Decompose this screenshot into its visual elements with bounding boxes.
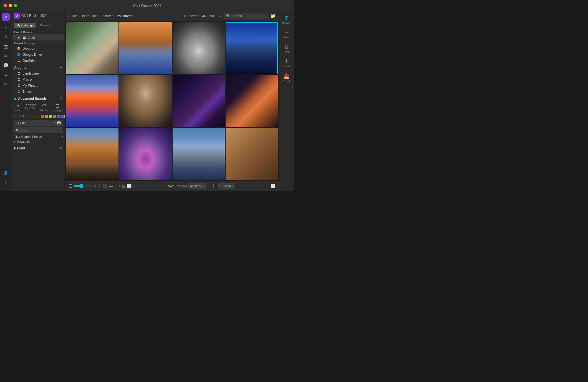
- nav-cloud-icon[interactable]: ☁: [2, 71, 10, 78]
- maximize-button[interactable]: [14, 4, 17, 7]
- nav-add-icon[interactable]: ＋: [2, 24, 10, 31]
- star-3[interactable]: ☆: [31, 114, 33, 118]
- color-swatches[interactable]: [41, 115, 65, 118]
- accurate-dropdown[interactable]: Accurate ▾: [188, 184, 206, 189]
- view-compare-icon[interactable]: ▪: [119, 184, 120, 188]
- heart-x[interactable]: ✕: [19, 114, 22, 118]
- minimize-button[interactable]: [9, 4, 12, 7]
- nav-monitor-icon[interactable]: 🖥: [2, 33, 10, 41]
- breadcrumb-users[interactable]: Users: [80, 14, 89, 18]
- photo-cell-7[interactable]: [173, 75, 225, 127]
- right-panel-browse[interactable]: ⊞ Browse: [280, 13, 293, 26]
- filter-current-arrow-icon[interactable]: ▾: [62, 135, 63, 138]
- photo-cell-2[interactable]: [119, 22, 171, 74]
- sidebar-item-onedrive[interactable]: ☁ OneDrive: [12, 58, 64, 64]
- calendar-icon: 📅: [57, 121, 61, 125]
- advanced-row[interactable]: ▶ Advanced: [11, 139, 65, 144]
- toolbar-search-bar: 🔍: [224, 13, 268, 19]
- breadcrumb-julia[interactable]: Julia: [71, 14, 78, 18]
- swatch-blue[interactable]: [57, 115, 60, 118]
- swatch-orange[interactable]: [45, 115, 48, 118]
- heart-outline-1[interactable]: ♡: [16, 114, 19, 118]
- swatch-yellow[interactable]: [49, 115, 52, 118]
- view-fullscreen-icon[interactable]: ⬛: [103, 184, 107, 188]
- view-crop-icon[interactable]: ⬜: [127, 184, 132, 188]
- toolbar-search-input[interactable]: [231, 14, 266, 18]
- filter-recent[interactable]: ⏱ Recent: [39, 102, 50, 113]
- breadcrumb-julia2[interactable]: julia: [92, 14, 98, 18]
- sidebar-item-macro[interactable]: 🖼 Macro: [12, 77, 64, 83]
- nav-drive-icon[interactable]: 💽: [2, 61, 10, 69]
- nav-help-icon[interactable]: ?: [2, 179, 10, 186]
- filter-liked[interactable]: ♥ Liked: [14, 102, 23, 113]
- fit-to-window-icon[interactable]: ⬜: [271, 184, 275, 188]
- nav-prev-button[interactable]: ‹: [216, 13, 219, 19]
- albums-add-button[interactable]: +: [60, 65, 62, 70]
- nav-next-button[interactable]: ›: [219, 13, 221, 19]
- share-panel-label: Share: [283, 65, 290, 68]
- sidebar-item-landscape[interactable]: 🖼 Landscape: [12, 70, 64, 77]
- tab-browse[interactable]: Browse: [37, 23, 53, 28]
- custom-dropdown[interactable]: Custom ▾: [218, 184, 235, 189]
- star-2[interactable]: ☆: [27, 114, 30, 118]
- right-panel-share[interactable]: ⬆ Share: [280, 57, 293, 70]
- sidebar-item-myphotos[interactable]: 🖼 My Photos: [12, 83, 64, 89]
- filter-five-stars[interactable]: ★★★★★ Five Stars: [24, 102, 38, 113]
- star-4[interactable]: ☆: [34, 114, 36, 118]
- resize-panel-icon: ↔: [284, 29, 289, 35]
- photo-cell-11[interactable]: [173, 128, 225, 180]
- swatch-red[interactable]: [41, 115, 44, 118]
- photo-cell-4[interactable]: [226, 22, 278, 74]
- breadcrumb-back-button[interactable]: ‹: [68, 14, 70, 18]
- photo-cell-5[interactable]: [66, 75, 118, 127]
- reset-search-button[interactable]: ↺: [59, 96, 62, 101]
- star-filter-row[interactable]: ≥ ☆ ☆ ☆ ☆ ☆: [23, 114, 40, 118]
- photo-cell-9[interactable]: [66, 128, 118, 180]
- heart-filter-row[interactable]: ♥ ♡ ✕: [14, 114, 22, 118]
- photo-cell-12[interactable]: [226, 128, 278, 180]
- nav-user-icon[interactable]: 👤: [2, 169, 10, 177]
- nav-folder-group-icon[interactable]: 🗂: [2, 52, 10, 60]
- time-filter-arrow-icon: ▾: [54, 121, 56, 124]
- sidebar-item-travel[interactable]: 🖼 Travel: [12, 89, 64, 95]
- view-grid-icon[interactable]: ⊞: [114, 184, 117, 188]
- filter-cataloged[interactable]: ☰ Cataloged: [51, 102, 65, 113]
- heart-filled[interactable]: ♥: [14, 114, 16, 118]
- sidebar-item-julia[interactable]: ▶ 💾 Julia: [12, 34, 64, 40]
- photo-cell-6[interactable]: [119, 75, 171, 127]
- close-button[interactable]: [4, 4, 7, 7]
- right-panel-export[interactable]: 📤 Export: [280, 71, 293, 84]
- recent-close-button[interactable]: ✕: [60, 146, 62, 150]
- right-panel-resize[interactable]: ↔ Resize: [280, 28, 293, 40]
- swatch-purple[interactable]: [60, 115, 64, 118]
- view-filmstrip-icon[interactable]: ▬: [109, 184, 113, 188]
- zoom-slider[interactable]: [74, 184, 96, 188]
- time-filter-dropdown[interactable]: All Time ▾ 📅: [14, 120, 63, 126]
- breadcrumb-myphotos[interactable]: My Photos: [117, 14, 132, 18]
- photo-cell-3[interactable]: [173, 22, 225, 74]
- tab-my-catalogs[interactable]: My Catalogs: [14, 23, 36, 28]
- view-multi-icon[interactable]: ▤: [122, 184, 125, 188]
- photo-cell-10[interactable]: [119, 128, 171, 180]
- filter-current-label: Filter Current Photos: [14, 135, 42, 138]
- photo-cell-8[interactable]: [226, 75, 278, 127]
- star-threshold: ≥: [23, 114, 24, 118]
- nav-camera-icon[interactable]: 📷: [2, 42, 10, 50]
- bottom-separator-1: [99, 184, 100, 188]
- star-5[interactable]: ☆: [37, 114, 39, 118]
- right-panel-print[interactable]: 🖨 Print: [280, 42, 293, 55]
- sidebar-item-dropbox[interactable]: 📦 Dropbox: [12, 45, 64, 52]
- print-panel-icon: 🖨: [284, 44, 289, 50]
- accurate-value: Accurate: [190, 184, 202, 188]
- custom-value: Custom: [220, 184, 231, 188]
- breadcrumb-pictures[interactable]: Pictures: [101, 14, 113, 18]
- search-input[interactable]: [21, 129, 61, 132]
- album-icon-2: 🖼: [17, 78, 21, 82]
- photo-cell-1[interactable]: [66, 22, 118, 74]
- swatch-green[interactable]: [53, 115, 56, 118]
- folder-button[interactable]: 📁: [270, 13, 276, 19]
- sidebar-item-gdrive[interactable]: 🔵 Google Drive: [12, 52, 64, 58]
- nav-layers-icon[interactable]: ▤: [2, 80, 10, 88]
- photo-grid: [65, 21, 279, 181]
- star-1[interactable]: ☆: [24, 114, 27, 118]
